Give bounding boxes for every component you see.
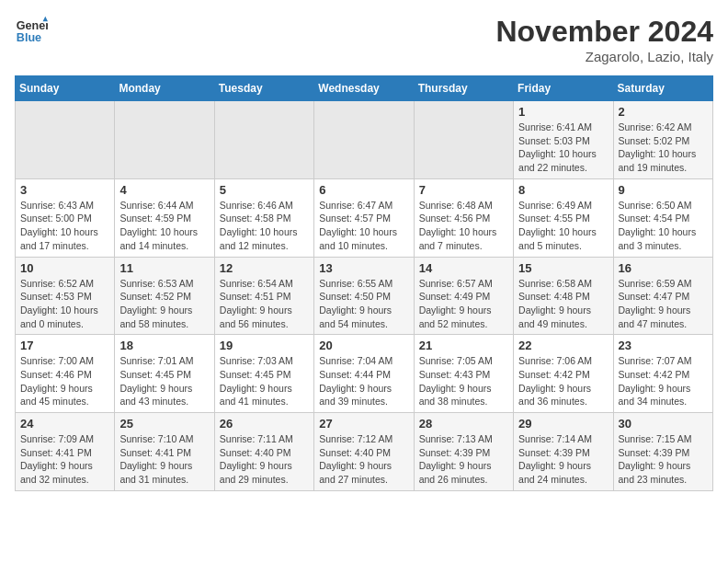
day-info: Sunrise: 6:47 AM Sunset: 4:57 PM Dayligh… xyxy=(319,199,408,253)
day-info: Sunrise: 6:43 AM Sunset: 5:00 PM Dayligh… xyxy=(20,199,109,253)
calendar-week-row: 3Sunrise: 6:43 AM Sunset: 5:00 PM Daylig… xyxy=(16,178,713,257)
day-info: Sunrise: 7:05 AM Sunset: 4:43 PM Dayligh… xyxy=(419,354,508,408)
weekday-header: Monday xyxy=(115,76,214,101)
calendar-cell: 26Sunrise: 7:11 AM Sunset: 4:40 PM Dayli… xyxy=(214,413,313,491)
day-info: Sunrise: 7:00 AM Sunset: 4:46 PM Dayligh… xyxy=(20,354,109,408)
calendar-cell: 17Sunrise: 7:00 AM Sunset: 4:46 PM Dayli… xyxy=(16,335,115,413)
day-number: 21 xyxy=(419,339,508,352)
day-info: Sunrise: 6:48 AM Sunset: 4:56 PM Dayligh… xyxy=(419,199,508,253)
day-info: Sunrise: 6:46 AM Sunset: 4:58 PM Dayligh… xyxy=(220,199,309,253)
calendar-cell: 1Sunrise: 6:41 AM Sunset: 5:03 PM Daylig… xyxy=(514,101,613,179)
day-number: 3 xyxy=(20,183,109,197)
calendar-cell: 10Sunrise: 6:52 AM Sunset: 4:53 PM Dayli… xyxy=(16,257,115,335)
calendar-week-row: 24Sunrise: 7:09 AM Sunset: 4:41 PM Dayli… xyxy=(16,413,713,491)
weekday-header: Saturday xyxy=(613,76,712,101)
day-info: Sunrise: 7:07 AM Sunset: 4:42 PM Dayligh… xyxy=(619,354,708,408)
weekday-header: Thursday xyxy=(414,76,513,101)
day-number: 9 xyxy=(619,183,708,197)
day-number: 18 xyxy=(119,339,209,352)
day-info: Sunrise: 6:54 AM Sunset: 4:51 PM Dayligh… xyxy=(220,277,309,331)
day-number: 24 xyxy=(20,417,109,431)
day-number: 30 xyxy=(619,417,708,431)
title-block: November 2024 Zagarolo, Lazio, Italy xyxy=(495,15,713,64)
calendar-cell: 15Sunrise: 6:58 AM Sunset: 4:48 PM Dayli… xyxy=(514,257,613,335)
calendar-cell: 27Sunrise: 7:12 AM Sunset: 4:40 PM Dayli… xyxy=(314,413,414,491)
day-info: Sunrise: 7:03 AM Sunset: 4:45 PM Dayligh… xyxy=(220,354,309,408)
calendar-cell xyxy=(115,101,214,179)
day-number: 22 xyxy=(518,339,608,352)
day-number: 5 xyxy=(220,183,309,197)
calendar-table: SundayMondayTuesdayWednesdayThursdayFrid… xyxy=(15,75,713,491)
logo-icon: General Blue xyxy=(15,15,48,48)
calendar-cell: 3Sunrise: 6:43 AM Sunset: 5:00 PM Daylig… xyxy=(16,178,115,257)
day-info: Sunrise: 7:11 AM Sunset: 4:40 PM Dayligh… xyxy=(220,432,309,487)
day-info: Sunrise: 6:49 AM Sunset: 4:55 PM Dayligh… xyxy=(518,199,608,253)
day-info: Sunrise: 7:13 AM Sunset: 4:39 PM Dayligh… xyxy=(419,432,508,487)
calendar-cell: 28Sunrise: 7:13 AM Sunset: 4:39 PM Dayli… xyxy=(414,413,513,491)
day-info: Sunrise: 6:58 AM Sunset: 4:48 PM Dayligh… xyxy=(518,277,608,331)
calendar-cell: 9Sunrise: 6:50 AM Sunset: 4:54 PM Daylig… xyxy=(613,178,712,257)
day-info: Sunrise: 7:06 AM Sunset: 4:42 PM Dayligh… xyxy=(518,354,608,408)
day-number: 10 xyxy=(20,261,109,275)
day-info: Sunrise: 6:50 AM Sunset: 4:54 PM Dayligh… xyxy=(619,199,708,253)
day-info: Sunrise: 6:55 AM Sunset: 4:50 PM Dayligh… xyxy=(319,277,408,331)
day-number: 23 xyxy=(619,339,708,352)
day-number: 15 xyxy=(518,261,608,275)
calendar-header: SundayMondayTuesdayWednesdayThursdayFrid… xyxy=(16,76,713,101)
calendar-cell: 14Sunrise: 6:57 AM Sunset: 4:49 PM Dayli… xyxy=(414,257,513,335)
day-number: 13 xyxy=(319,261,408,275)
weekday-row: SundayMondayTuesdayWednesdayThursdayFrid… xyxy=(16,76,713,101)
day-number: 16 xyxy=(619,261,708,275)
calendar-cell: 7Sunrise: 6:48 AM Sunset: 4:56 PM Daylig… xyxy=(414,178,513,257)
calendar-cell: 5Sunrise: 6:46 AM Sunset: 4:58 PM Daylig… xyxy=(214,178,313,257)
day-number: 7 xyxy=(419,183,508,197)
logo: General Blue xyxy=(15,15,48,48)
calendar-cell: 6Sunrise: 6:47 AM Sunset: 4:57 PM Daylig… xyxy=(314,178,414,257)
calendar-body: 1Sunrise: 6:41 AM Sunset: 5:03 PM Daylig… xyxy=(16,101,713,491)
month-title: November 2024 xyxy=(495,15,713,49)
day-info: Sunrise: 7:14 AM Sunset: 4:39 PM Dayligh… xyxy=(518,432,608,487)
day-info: Sunrise: 7:09 AM Sunset: 4:41 PM Dayligh… xyxy=(20,432,109,487)
day-number: 12 xyxy=(220,261,309,275)
calendar-cell: 2Sunrise: 6:42 AM Sunset: 5:02 PM Daylig… xyxy=(613,101,712,179)
day-info: Sunrise: 7:15 AM Sunset: 4:39 PM Dayligh… xyxy=(619,432,708,487)
calendar-cell xyxy=(314,101,414,179)
day-number: 1 xyxy=(518,105,608,119)
day-info: Sunrise: 6:57 AM Sunset: 4:49 PM Dayligh… xyxy=(419,277,508,331)
day-info: Sunrise: 7:10 AM Sunset: 4:41 PM Dayligh… xyxy=(119,432,209,487)
calendar-week-row: 1Sunrise: 6:41 AM Sunset: 5:03 PM Daylig… xyxy=(16,101,713,179)
calendar-cell xyxy=(214,101,313,179)
day-number: 2 xyxy=(619,105,708,119)
day-number: 27 xyxy=(319,417,408,431)
day-number: 28 xyxy=(419,417,508,431)
calendar-cell xyxy=(414,101,513,179)
calendar-cell: 11Sunrise: 6:53 AM Sunset: 4:52 PM Dayli… xyxy=(115,257,214,335)
day-info: Sunrise: 7:12 AM Sunset: 4:40 PM Dayligh… xyxy=(319,432,408,487)
weekday-header: Friday xyxy=(514,76,613,101)
day-info: Sunrise: 6:41 AM Sunset: 5:03 PM Dayligh… xyxy=(518,121,608,175)
calendar-cell: 30Sunrise: 7:15 AM Sunset: 4:39 PM Dayli… xyxy=(613,413,712,491)
day-number: 11 xyxy=(119,261,209,275)
day-number: 26 xyxy=(220,417,309,431)
calendar-cell: 20Sunrise: 7:04 AM Sunset: 4:44 PM Dayli… xyxy=(314,335,414,413)
calendar-cell: 8Sunrise: 6:49 AM Sunset: 4:55 PM Daylig… xyxy=(514,178,613,257)
location: Zagarolo, Lazio, Italy xyxy=(495,49,713,64)
calendar-cell: 24Sunrise: 7:09 AM Sunset: 4:41 PM Dayli… xyxy=(16,413,115,491)
day-info: Sunrise: 6:52 AM Sunset: 4:53 PM Dayligh… xyxy=(20,277,109,331)
day-number: 6 xyxy=(319,183,408,197)
day-number: 4 xyxy=(119,183,209,197)
day-number: 20 xyxy=(319,339,408,352)
calendar-cell: 18Sunrise: 7:01 AM Sunset: 4:45 PM Dayli… xyxy=(115,335,214,413)
day-number: 19 xyxy=(220,339,309,352)
day-info: Sunrise: 6:53 AM Sunset: 4:52 PM Dayligh… xyxy=(119,277,209,331)
day-info: Sunrise: 7:01 AM Sunset: 4:45 PM Dayligh… xyxy=(119,354,209,408)
day-number: 14 xyxy=(419,261,508,275)
weekday-header: Sunday xyxy=(16,76,115,101)
calendar-cell: 22Sunrise: 7:06 AM Sunset: 4:42 PM Dayli… xyxy=(514,335,613,413)
day-number: 25 xyxy=(119,417,209,431)
calendar-cell: 29Sunrise: 7:14 AM Sunset: 4:39 PM Dayli… xyxy=(514,413,613,491)
calendar-cell xyxy=(16,101,115,179)
calendar-cell: 13Sunrise: 6:55 AM Sunset: 4:50 PM Dayli… xyxy=(314,257,414,335)
calendar-cell: 25Sunrise: 7:10 AM Sunset: 4:41 PM Dayli… xyxy=(115,413,214,491)
calendar-cell: 12Sunrise: 6:54 AM Sunset: 4:51 PM Dayli… xyxy=(214,257,313,335)
